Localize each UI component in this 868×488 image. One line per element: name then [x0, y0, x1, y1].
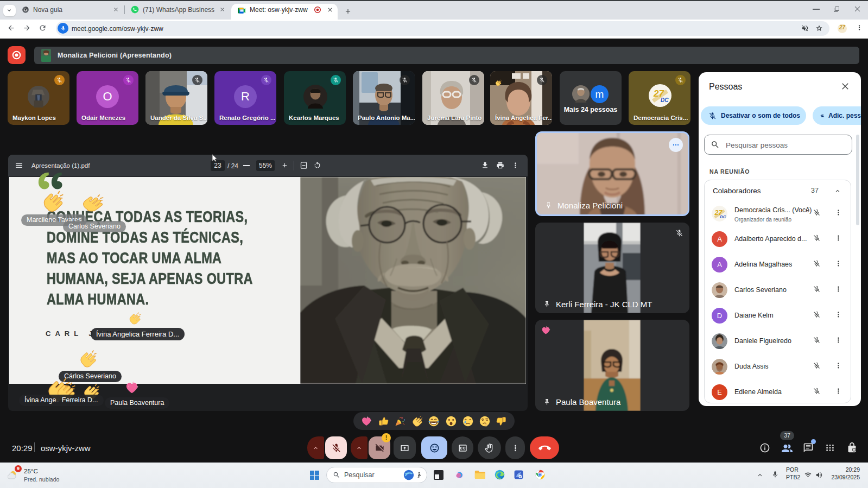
svg-text:DC: DC [661, 97, 669, 103]
svg-text:DC: DC [720, 214, 726, 219]
